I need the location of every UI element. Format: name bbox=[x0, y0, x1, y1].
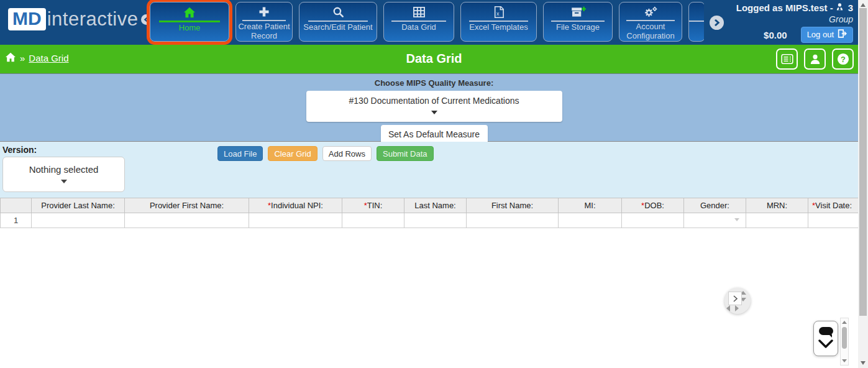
expand-nav-right-icon[interactable] bbox=[710, 16, 724, 30]
feedback-widget-button[interactable] bbox=[813, 321, 838, 356]
bar-action-buttons: ? bbox=[776, 48, 854, 70]
nav-item-file-storage[interactable]: File Storage bbox=[543, 2, 613, 42]
nav-item-label: File Storage bbox=[556, 23, 600, 32]
clear-grid-button[interactable]: Clear Grid bbox=[268, 146, 317, 161]
page-title: Data Grid bbox=[0, 52, 868, 66]
cell-dob[interactable] bbox=[622, 213, 684, 228]
cell-individual-npi[interactable] bbox=[249, 213, 342, 228]
grid-action-buttons: Load File Clear Grid Add Rows Submit Dat… bbox=[217, 146, 434, 161]
help-button[interactable]: ? bbox=[832, 48, 854, 70]
breadcrumb-bar: » Data Grid Data Grid ? bbox=[0, 45, 868, 73]
logout-button[interactable]: Log out bbox=[801, 27, 853, 43]
logout-label: Log out bbox=[807, 30, 834, 39]
autoscroll-pan-widget[interactable] bbox=[723, 287, 752, 315]
col-header-mi: MI: bbox=[559, 198, 622, 213]
nav-item-label: Search/Edit Patient bbox=[303, 23, 372, 32]
nav-item-label: Data Grid bbox=[401, 23, 436, 32]
logo-md-badge: MD bbox=[8, 8, 46, 30]
cell-mi[interactable] bbox=[559, 213, 622, 228]
col-header-mrn: MRN: bbox=[746, 198, 808, 213]
pan-cursor-box bbox=[728, 292, 742, 305]
submit-data-button[interactable]: Submit Data bbox=[377, 146, 434, 161]
col-header-provider-last-name: Provider Last Name: bbox=[32, 198, 125, 213]
cell-tin[interactable] bbox=[342, 213, 404, 228]
version-label: Version: bbox=[2, 145, 37, 155]
nav-underline bbox=[308, 21, 368, 22]
patient-icon bbox=[810, 53, 821, 65]
set-default-measure-button[interactable]: Set As Default Measure bbox=[381, 125, 488, 144]
nav-underline bbox=[469, 21, 528, 22]
gears-icon bbox=[644, 6, 657, 18]
home-icon bbox=[183, 6, 196, 19]
cell-gender[interactable] bbox=[684, 213, 746, 228]
logged-as-line: Logged as MIPS.test - 3 bbox=[704, 2, 853, 13]
summary-list-icon bbox=[781, 54, 793, 64]
users-icon bbox=[836, 2, 846, 13]
scrollbar-down-arrow-icon[interactable] bbox=[842, 359, 847, 362]
account-actions: $0.00 Log out bbox=[704, 27, 853, 43]
cell-visit-date[interactable] bbox=[808, 213, 859, 228]
col-header-last-name: Last Name: bbox=[404, 198, 467, 213]
svg-text:x: x bbox=[496, 11, 500, 17]
nav-underline bbox=[391, 21, 445, 22]
nav-underline bbox=[626, 20, 675, 21]
nav-item-search-edit-patient[interactable]: Search/Edit Patient bbox=[299, 2, 377, 42]
cell-last-name[interactable] bbox=[404, 213, 467, 228]
grid-header-row: Provider Last Name: Provider First Name:… bbox=[1, 198, 859, 213]
app-logo: MD interactive bbox=[8, 8, 152, 30]
measure-panel-label: Choose MIPS Quality Measure: bbox=[0, 74, 868, 88]
scrollbar-thumb[interactable] bbox=[842, 327, 847, 349]
cell-provider-first-name[interactable] bbox=[125, 213, 249, 228]
load-file-button[interactable]: Load File bbox=[217, 146, 263, 161]
chevron-down-icon bbox=[61, 180, 67, 183]
version-section: Version: Nothing selected Load File Clea… bbox=[0, 142, 868, 198]
nav-item-home[interactable]: Home bbox=[150, 2, 229, 42]
chevron-down-icon bbox=[818, 339, 833, 349]
svg-text:?: ? bbox=[841, 55, 846, 64]
help-icon: ? bbox=[837, 53, 849, 65]
scrollbar-up-arrow-icon[interactable] bbox=[861, 3, 866, 7]
nav-item-account-configuration[interactable]: Account Configuration bbox=[619, 2, 682, 42]
patient-button[interactable] bbox=[804, 48, 826, 70]
page: MD interactive Home Create Patient Recor… bbox=[0, 0, 868, 368]
selected-measure: #130 Documentation of Current Medication… bbox=[349, 96, 519, 106]
scrollbar-up-arrow-icon[interactable] bbox=[842, 321, 847, 324]
col-header-tin: *TIN: bbox=[342, 198, 404, 213]
page-scrollbar[interactable] bbox=[858, 0, 868, 368]
version-select-dropdown[interactable]: Nothing selected bbox=[2, 157, 125, 192]
balance-amount: $0.00 bbox=[764, 30, 787, 40]
col-header-individual-npi: *Individual NPI: bbox=[249, 198, 342, 213]
nav-item-partial[interactable] bbox=[688, 2, 705, 42]
widget-scrollbar[interactable] bbox=[840, 318, 849, 366]
scroll-right-arrow-icon bbox=[735, 305, 739, 311]
nav-item-data-grid[interactable]: Data Grid bbox=[383, 2, 454, 42]
user-panel: Logged as MIPS.test - 3 Group $0.00 Log … bbox=[704, 0, 858, 45]
nav-item-excel-templates[interactable]: x Excel Templates bbox=[460, 2, 537, 42]
scrollbar-thumb[interactable] bbox=[859, 8, 867, 316]
nav-item-create-patient-record[interactable]: Create Patient Record bbox=[235, 2, 293, 42]
users-count: 3 bbox=[848, 2, 853, 13]
archive-box-plus-icon bbox=[570, 6, 586, 19]
nav-underline bbox=[242, 20, 286, 21]
excel-file-icon: x bbox=[494, 6, 504, 19]
measure-panel: Choose MIPS Quality Measure: #130 Docume… bbox=[0, 73, 868, 142]
cell-provider-last-name[interactable] bbox=[32, 213, 125, 228]
nav-item-label: Home bbox=[179, 24, 201, 33]
add-rows-button[interactable]: Add Rows bbox=[322, 146, 372, 161]
version-selected-value: Nothing selected bbox=[29, 164, 99, 175]
cell-first-name[interactable] bbox=[467, 213, 559, 228]
cell-mrn[interactable] bbox=[746, 213, 808, 228]
measure-select-dropdown[interactable]: #130 Documentation of Current Medication… bbox=[306, 91, 562, 122]
chevron-down-icon bbox=[431, 111, 437, 114]
nav-underline bbox=[551, 21, 605, 22]
plus-icon bbox=[258, 6, 270, 18]
summary-list-button[interactable] bbox=[776, 48, 798, 70]
nav-item-label: Excel Templates bbox=[469, 23, 528, 32]
col-header-rownum bbox=[1, 198, 32, 213]
data-grid-table: Provider Last Name: Provider First Name:… bbox=[0, 198, 859, 228]
scrollbar-down-arrow-icon[interactable] bbox=[861, 361, 866, 365]
col-header-visit-date: *Visit Date: bbox=[808, 198, 859, 213]
nav-underline bbox=[159, 21, 220, 22]
nav-underline bbox=[689, 21, 705, 22]
scroll-left-arrow-icon bbox=[726, 305, 730, 311]
